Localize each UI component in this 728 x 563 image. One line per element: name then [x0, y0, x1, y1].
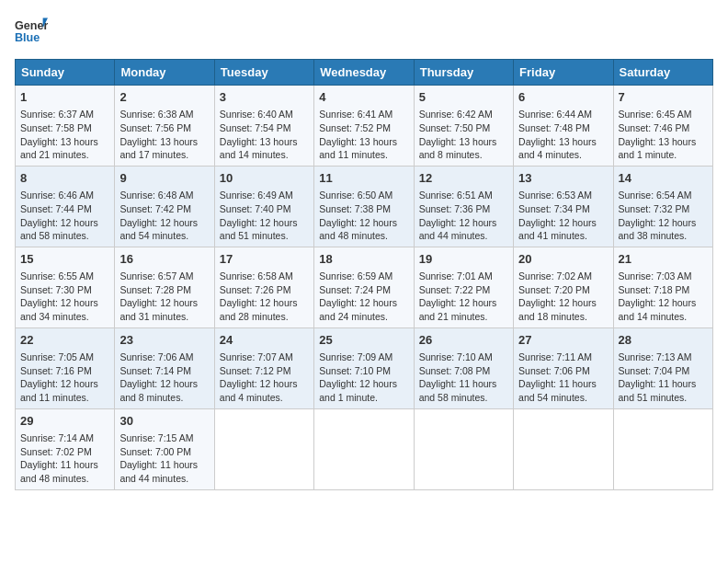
day-number: 4 — [319, 89, 408, 106]
calendar-table: SundayMondayTuesdayWednesdayThursdayFrid… — [15, 59, 713, 490]
day-number: 19 — [419, 251, 508, 268]
calendar-cell: 28Sunrise: 7:13 AMSunset: 7:04 PMDayligh… — [613, 327, 712, 408]
calendar-cell: 8Sunrise: 6:46 AMSunset: 7:44 PMDaylight… — [16, 166, 115, 247]
cell-info: Sunrise: 7:14 AMSunset: 7:02 PMDaylight:… — [20, 431, 109, 486]
cell-info: Sunrise: 6:48 AMSunset: 7:42 PMDaylight:… — [119, 189, 209, 243]
calendar-cell — [613, 408, 712, 489]
calendar-cell: 4Sunrise: 6:41 AMSunset: 7:52 PMDaylight… — [314, 86, 414, 167]
cell-info: Sunrise: 6:42 AMSunset: 7:50 PMDaylight:… — [419, 108, 508, 162]
weekday-header-tuesday: Tuesday — [214, 60, 313, 86]
cell-info: Sunrise: 7:03 AMSunset: 7:18 PMDaylight:… — [619, 270, 708, 324]
day-number: 22 — [20, 332, 109, 349]
calendar-cell: 23Sunrise: 7:06 AMSunset: 7:14 PMDayligh… — [115, 327, 214, 408]
day-number: 29 — [20, 413, 109, 430]
cell-info: Sunrise: 6:50 AMSunset: 7:38 PMDaylight:… — [319, 189, 408, 243]
cell-info: Sunrise: 7:01 AMSunset: 7:22 PMDaylight:… — [419, 270, 508, 324]
calendar-cell: 29Sunrise: 7:14 AMSunset: 7:02 PMDayligh… — [16, 408, 115, 489]
day-number: 30 — [119, 413, 209, 430]
day-number: 24 — [220, 332, 309, 349]
day-number: 26 — [419, 332, 508, 349]
calendar-cell: 6Sunrise: 6:44 AMSunset: 7:48 PMDaylight… — [514, 86, 613, 167]
calendar-cell: 24Sunrise: 7:07 AMSunset: 7:12 PMDayligh… — [214, 327, 313, 408]
cell-info: Sunrise: 6:45 AMSunset: 7:46 PMDaylight:… — [619, 108, 708, 162]
cell-info: Sunrise: 6:53 AMSunset: 7:34 PMDaylight:… — [518, 189, 608, 243]
cell-info: Sunrise: 6:54 AMSunset: 7:32 PMDaylight:… — [619, 189, 708, 243]
svg-text:Blue: Blue — [15, 31, 40, 44]
day-number: 20 — [518, 251, 608, 268]
calendar-cell: 22Sunrise: 7:05 AMSunset: 7:16 PMDayligh… — [16, 327, 115, 408]
calendar-cell: 11Sunrise: 6:50 AMSunset: 7:38 PMDayligh… — [314, 166, 414, 247]
calendar-cell: 14Sunrise: 6:54 AMSunset: 7:32 PMDayligh… — [613, 166, 712, 247]
page-header: General Blue — [15, 15, 713, 48]
calendar-cell: 30Sunrise: 7:15 AMSunset: 7:00 PMDayligh… — [115, 408, 214, 489]
weekday-header-friday: Friday — [514, 60, 613, 86]
calendar-cell: 13Sunrise: 6:53 AMSunset: 7:34 PMDayligh… — [514, 166, 613, 247]
calendar-cell — [514, 408, 613, 489]
day-number: 11 — [319, 170, 408, 187]
cell-info: Sunrise: 7:05 AMSunset: 7:16 PMDaylight:… — [20, 350, 109, 405]
cell-info: Sunrise: 7:02 AMSunset: 7:20 PMDaylight:… — [518, 270, 608, 324]
day-number: 6 — [518, 89, 608, 106]
calendar-cell: 18Sunrise: 6:59 AMSunset: 7:24 PMDayligh… — [314, 247, 414, 327]
day-number: 14 — [619, 170, 708, 187]
cell-info: Sunrise: 7:09 AMSunset: 7:10 PMDaylight:… — [319, 350, 408, 405]
calendar-cell — [214, 408, 313, 489]
day-number: 13 — [518, 170, 608, 187]
logo: General Blue — [15, 15, 48, 48]
day-number: 23 — [119, 332, 209, 349]
day-number: 12 — [419, 170, 508, 187]
calendar-cell: 25Sunrise: 7:09 AMSunset: 7:10 PMDayligh… — [314, 327, 414, 408]
calendar-cell: 20Sunrise: 7:02 AMSunset: 7:20 PMDayligh… — [514, 247, 613, 327]
calendar-cell: 10Sunrise: 6:49 AMSunset: 7:40 PMDayligh… — [214, 166, 313, 247]
day-number: 28 — [619, 332, 708, 349]
cell-info: Sunrise: 7:15 AMSunset: 7:00 PMDaylight:… — [119, 431, 209, 486]
day-number: 18 — [319, 251, 408, 268]
day-number: 21 — [619, 251, 708, 268]
day-number: 3 — [220, 89, 309, 106]
day-number: 25 — [319, 332, 408, 349]
weekday-header-thursday: Thursday — [414, 60, 513, 86]
weekday-header-monday: Monday — [115, 60, 214, 86]
cell-info: Sunrise: 7:13 AMSunset: 7:04 PMDaylight:… — [619, 350, 708, 405]
cell-info: Sunrise: 7:06 AMSunset: 7:14 PMDaylight:… — [119, 350, 209, 405]
cell-info: Sunrise: 6:57 AMSunset: 7:28 PMDaylight:… — [119, 270, 209, 324]
day-number: 1 — [20, 89, 109, 106]
cell-info: Sunrise: 6:46 AMSunset: 7:44 PMDaylight:… — [20, 189, 109, 243]
day-number: 2 — [119, 89, 209, 106]
cell-info: Sunrise: 6:58 AMSunset: 7:26 PMDaylight:… — [220, 270, 309, 324]
calendar-cell: 1Sunrise: 6:37 AMSunset: 7:58 PMDaylight… — [16, 86, 115, 167]
calendar-cell: 2Sunrise: 6:38 AMSunset: 7:56 PMDaylight… — [115, 86, 214, 167]
calendar-cell: 9Sunrise: 6:48 AMSunset: 7:42 PMDaylight… — [115, 166, 214, 247]
calendar-cell: 7Sunrise: 6:45 AMSunset: 7:46 PMDaylight… — [613, 86, 712, 167]
calendar-cell: 21Sunrise: 7:03 AMSunset: 7:18 PMDayligh… — [613, 247, 712, 327]
calendar-cell: 5Sunrise: 6:42 AMSunset: 7:50 PMDaylight… — [414, 86, 513, 167]
day-number: 17 — [220, 251, 309, 268]
cell-info: Sunrise: 6:38 AMSunset: 7:56 PMDaylight:… — [119, 108, 209, 162]
calendar-cell: 16Sunrise: 6:57 AMSunset: 7:28 PMDayligh… — [115, 247, 214, 327]
logo-icon: General Blue — [15, 15, 48, 48]
cell-info: Sunrise: 7:10 AMSunset: 7:08 PMDaylight:… — [419, 350, 508, 405]
cell-info: Sunrise: 6:37 AMSunset: 7:58 PMDaylight:… — [20, 108, 109, 162]
calendar-cell: 3Sunrise: 6:40 AMSunset: 7:54 PMDaylight… — [214, 86, 313, 167]
weekday-header-wednesday: Wednesday — [314, 60, 414, 86]
day-number: 27 — [518, 332, 608, 349]
calendar-cell: 26Sunrise: 7:10 AMSunset: 7:08 PMDayligh… — [414, 327, 513, 408]
cell-info: Sunrise: 6:49 AMSunset: 7:40 PMDaylight:… — [220, 189, 309, 243]
calendar-cell: 27Sunrise: 7:11 AMSunset: 7:06 PMDayligh… — [514, 327, 613, 408]
day-number: 7 — [619, 89, 708, 106]
cell-info: Sunrise: 6:40 AMSunset: 7:54 PMDaylight:… — [220, 108, 309, 162]
weekday-header-sunday: Sunday — [16, 60, 115, 86]
calendar-cell — [314, 408, 414, 489]
day-number: 10 — [220, 170, 309, 187]
calendar-cell: 19Sunrise: 7:01 AMSunset: 7:22 PMDayligh… — [414, 247, 513, 327]
day-number: 16 — [119, 251, 209, 268]
day-number: 9 — [119, 170, 209, 187]
calendar-cell: 17Sunrise: 6:58 AMSunset: 7:26 PMDayligh… — [214, 247, 313, 327]
cell-info: Sunrise: 7:11 AMSunset: 7:06 PMDaylight:… — [518, 350, 608, 405]
weekday-header-saturday: Saturday — [613, 60, 712, 86]
calendar-cell: 15Sunrise: 6:55 AMSunset: 7:30 PMDayligh… — [16, 247, 115, 327]
calendar-cell: 12Sunrise: 6:51 AMSunset: 7:36 PMDayligh… — [414, 166, 513, 247]
cell-info: Sunrise: 6:51 AMSunset: 7:36 PMDaylight:… — [419, 189, 508, 243]
cell-info: Sunrise: 6:59 AMSunset: 7:24 PMDaylight:… — [319, 270, 408, 324]
cell-info: Sunrise: 6:55 AMSunset: 7:30 PMDaylight:… — [20, 270, 109, 324]
